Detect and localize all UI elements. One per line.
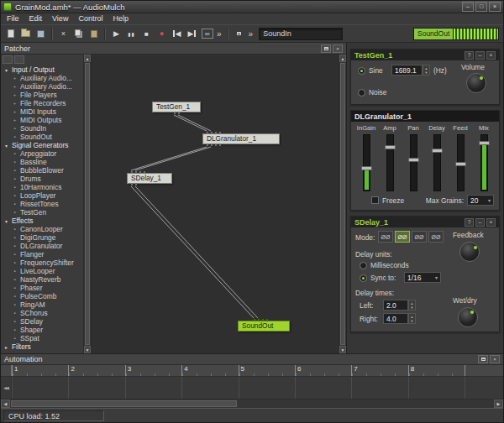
left-delay-value[interactable]: 2.0 (383, 300, 408, 311)
node-sdelay[interactable]: SDelay_1 (127, 173, 172, 184)
node-soundout[interactable]: SoundOut (238, 321, 290, 332)
tree-row[interactable]: ▾ Signal Generators (1, 141, 83, 149)
slider[interactable] (480, 134, 488, 191)
scrollbar-thumb[interactable] (340, 63, 345, 345)
scroll-up-icon[interactable]: ▲ (84, 55, 91, 62)
tree-row[interactable]: ▪ Bassline (1, 158, 83, 166)
input-port[interactable] (139, 171, 141, 174)
menu-item[interactable]: Edit (24, 13, 48, 24)
timeline-ruler[interactable]: 1 2 3 4 5 (1, 365, 503, 377)
patcher-view-icon[interactable] (232, 27, 246, 41)
soundout-meter[interactable]: SoundOut (413, 28, 499, 40)
output-port[interactable] (219, 144, 221, 146)
close-icon[interactable]: × (486, 218, 496, 227)
minimize-button[interactable]: – (462, 2, 474, 12)
tree-row[interactable]: + Auxiliary Audio... (1, 82, 83, 91)
delay-mode-button[interactable]: ØØ (412, 231, 427, 243)
forward-button[interactable]: ▶ (185, 27, 199, 41)
tree-row[interactable]: ▪ NastyReverb (1, 275, 83, 284)
patch-cord[interactable] (174, 115, 207, 131)
save-icon[interactable] (34, 27, 48, 41)
tree-row[interactable]: ▸ Filters (1, 342, 83, 351)
slider-handle[interactable] (479, 141, 490, 145)
stop-button[interactable]: ■ (139, 27, 154, 41)
menu-item[interactable]: View (47, 13, 73, 24)
ruler-segment[interactable]: 1 (12, 365, 68, 376)
toolbar-overflow-button[interactable]: » (215, 29, 223, 39)
tree-row[interactable]: ▪ BubbleBlower (1, 166, 83, 175)
tree-row[interactable]: ▾ Input / Output (1, 65, 83, 74)
sync-value-dropdown[interactable]: 1/16 (404, 272, 441, 283)
output-port[interactable] (135, 183, 137, 185)
slider-handle[interactable] (385, 145, 396, 149)
maximize-button[interactable]: □ (475, 2, 487, 12)
close-button[interactable]: × (489, 2, 501, 12)
left-delay-spinner[interactable] (408, 300, 416, 311)
input-port[interactable] (219, 132, 221, 134)
milliseconds-radio[interactable] (360, 262, 367, 269)
tree-row[interactable]: ▪ LiveLooper (1, 267, 83, 275)
feedback-knob[interactable] (459, 242, 480, 262)
cut-icon[interactable]: × (56, 27, 71, 41)
toolbar-overflow-button[interactable]: » (247, 29, 255, 39)
slider[interactable] (457, 134, 465, 191)
tree-row[interactable]: ▪ Arpeggiator (1, 149, 83, 158)
track-collapse-arrows-icon[interactable]: ◀◀ (1, 377, 12, 399)
node-testgen[interactable]: TestGen_1 (152, 102, 201, 112)
freeze-checkbox[interactable] (371, 196, 379, 204)
patch-cord[interactable] (135, 147, 211, 170)
tree-row[interactable]: ▪ PulseComb (1, 292, 83, 300)
max-grains-dropdown[interactable]: 20 (467, 195, 494, 206)
list-view-icon[interactable] (3, 55, 13, 64)
output-port[interactable] (215, 144, 217, 146)
delay-mode-button[interactable]: ØØ (395, 231, 410, 243)
ruler-segment[interactable]: 6 (295, 365, 351, 376)
tree-row[interactable]: ▪ Shaper (1, 326, 83, 334)
slider[interactable] (386, 134, 394, 191)
help-icon[interactable]: ? (465, 218, 474, 227)
canvas-scrollbar[interactable]: ▲ ▼ (339, 55, 346, 353)
ruler-segment[interactable]: 2 (68, 365, 124, 376)
slider[interactable] (363, 134, 370, 191)
details-view-icon[interactable] (14, 55, 24, 64)
ruler-segment[interactable]: 5 (239, 365, 295, 376)
rewind-button[interactable]: ◀ (170, 27, 184, 41)
tree-row[interactable]: ▾ Effects (1, 217, 83, 225)
input-port[interactable] (266, 319, 268, 321)
node-dlgranulator[interactable]: DLGranulator_1 (202, 133, 280, 144)
float-panel-icon[interactable] (478, 355, 488, 363)
soundin-meter[interactable]: SoundIn (259, 28, 343, 40)
tree-row[interactable]: ▪ CanonLooper (1, 225, 83, 233)
sine-radio[interactable] (358, 67, 365, 75)
ruler-segment[interactable]: 8 (408, 365, 465, 376)
scrollbar-thumb[interactable] (11, 400, 237, 407)
patch-cord[interactable] (131, 186, 254, 318)
input-port[interactable] (215, 132, 217, 134)
loop-button[interactable]: ∞ (200, 27, 214, 41)
ruler-segment[interactable]: 7 (351, 365, 407, 376)
help-icon[interactable]: ? (465, 51, 474, 60)
input-port[interactable] (207, 132, 208, 134)
input-port[interactable] (131, 171, 133, 174)
ruler-segment[interactable]: 3 (125, 365, 181, 376)
scroll-down-icon[interactable]: ▼ (84, 346, 91, 353)
collapse-icon[interactable]: -- (475, 218, 485, 227)
tree-row[interactable]: ▪ SDelay (1, 317, 83, 326)
tree-row[interactable]: + File Players (1, 91, 83, 99)
tree-row[interactable]: ▪ TestGen (1, 208, 83, 217)
scroll-right-icon[interactable]: ▶ (494, 400, 503, 408)
tree-row[interactable]: ▪ SChorus (1, 309, 83, 317)
tree-row[interactable]: ▪ SoundOut (1, 133, 83, 141)
delay-mode-button[interactable]: ØØ (378, 231, 393, 243)
tree-row[interactable]: ▪ SoundIn (1, 124, 83, 133)
tree-row[interactable]: ▪ 10Harmonics (1, 183, 83, 191)
paste-icon[interactable] (87, 27, 101, 41)
menu-item[interactable]: Control (73, 13, 108, 24)
volume-knob[interactable] (466, 73, 486, 93)
frequency-value[interactable]: 1689.1 (391, 65, 423, 76)
input-port[interactable] (254, 319, 255, 321)
tree-row[interactable]: ▪ SSpat (1, 334, 83, 342)
scrollbar-track[interactable] (238, 400, 494, 408)
tree-row[interactable]: + MIDI Inputs (1, 107, 83, 116)
output-port[interactable] (207, 144, 208, 146)
